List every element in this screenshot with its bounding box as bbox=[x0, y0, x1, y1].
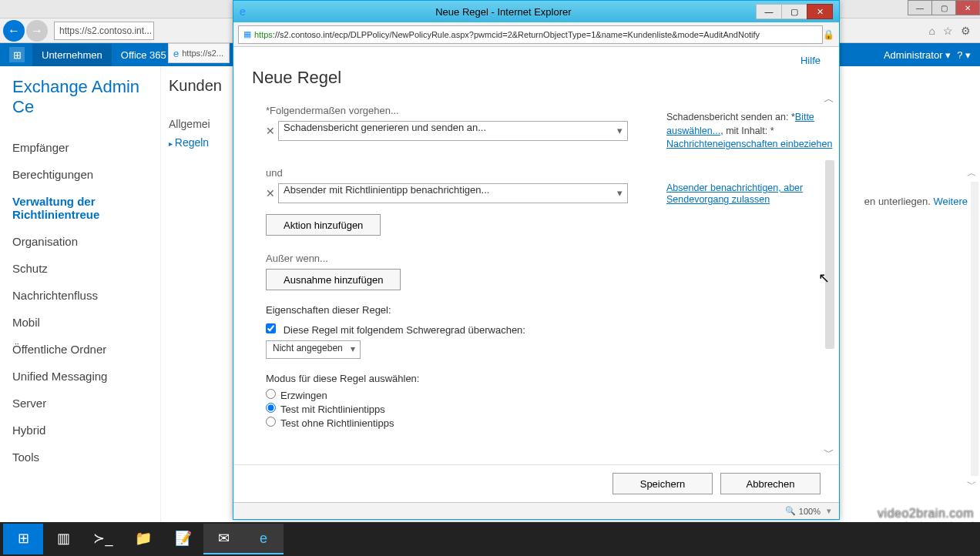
stacked-tab-label: https://s2... bbox=[182, 49, 223, 58]
task-explorer[interactable]: 📁 bbox=[123, 524, 163, 554]
remove-action2-button[interactable]: ✕ bbox=[266, 187, 278, 199]
mode-enforce-radio[interactable] bbox=[266, 389, 276, 399]
lock-icon: 🔒 bbox=[823, 29, 834, 40]
action1-summary: Schadensbericht senden an: *Bitte auswäh… bbox=[666, 111, 836, 152]
eac-title: Exchange Admin Ce bbox=[12, 77, 160, 117]
except-label: Außer wenn... bbox=[266, 253, 628, 264]
popup-close-button[interactable]: ✕ bbox=[807, 4, 833, 19]
bg-close-button[interactable]: ✕ bbox=[955, 0, 980, 15]
task-server-manager[interactable]: ▥ bbox=[43, 524, 83, 554]
ie-icon: e bbox=[173, 48, 179, 59]
start-button[interactable]: ⊞ bbox=[3, 524, 43, 554]
mode-enforce[interactable]: Erzwingen bbox=[266, 389, 628, 401]
action2-value: Absender mit Richtlinientipp benachricht… bbox=[284, 184, 489, 196]
subnav-regeln[interactable]: Regeln bbox=[169, 133, 222, 152]
bg-maximize-button[interactable]: ▢ bbox=[931, 0, 956, 15]
bg-minimize-button[interactable]: — bbox=[908, 0, 932, 15]
left-nav: Exchange Admin Ce Empfänger Berechtigung… bbox=[0, 66, 160, 522]
form-scroll-up-icon[interactable]: ︿ bbox=[824, 94, 834, 106]
info-link[interactable]: Weitere bbox=[933, 196, 968, 207]
nav-mobil[interactable]: Mobil bbox=[12, 309, 160, 336]
severity-checkbox-text: Diese Regel mit folgendem Schweregrad üb… bbox=[284, 324, 525, 336]
dialog-footer: Speichern Abbrechen bbox=[233, 464, 839, 502]
task-outlook[interactable]: ✉ bbox=[203, 524, 243, 554]
tools-icon[interactable]: ⚙ bbox=[961, 25, 971, 37]
task-notepad[interactable]: 📝 bbox=[163, 524, 203, 554]
mode-test-no-tips[interactable]: Test ohne Richtlinientipps bbox=[266, 417, 628, 429]
company-tab[interactable]: Unternehmen bbox=[32, 44, 112, 66]
nav-unified-messaging[interactable]: Unified Messaging bbox=[12, 363, 160, 390]
subnav-allgemein[interactable]: Allgemei bbox=[169, 115, 222, 133]
action2-select[interactable]: Absender mit Richtlinientipp benachricht… bbox=[278, 183, 628, 203]
severity-checkbox[interactable] bbox=[266, 323, 276, 333]
popup-title: Neue Regel - Internet Explorer bbox=[250, 6, 757, 18]
nav-empfaenger[interactable]: Empfänger bbox=[12, 134, 160, 161]
add-exception-button[interactable]: Ausnahme hinzufügen bbox=[266, 269, 401, 290]
action1-select[interactable]: Schadensbericht generieren und senden an… bbox=[278, 121, 628, 141]
help-link[interactable]: Hilfe bbox=[800, 55, 821, 66]
url-rest: ://s2.contoso.int/ecp/DLPPolicy/NewPolic… bbox=[273, 30, 760, 39]
popup-window: e Neue Regel - Internet Explorer — ▢ ✕ ▦… bbox=[233, 0, 840, 520]
severity-select[interactable]: Nicht angegeben bbox=[266, 340, 361, 359]
stacked-ie-tab[interactable]: e https://s2... bbox=[168, 43, 230, 63]
forward-button[interactable]: → bbox=[26, 20, 48, 42]
nav-nachrichtenfluss[interactable]: Nachrichtenfluss bbox=[12, 282, 160, 309]
mode-test-no-tips-radio[interactable] bbox=[266, 417, 276, 427]
taskbar: ⊞ ▥ ≻_ 📁 📝 ✉ e bbox=[0, 522, 980, 556]
nav-oeffentliche-ordner[interactable]: Öffentliche Ordner bbox=[12, 336, 160, 363]
cancel-button[interactable]: Abbrechen bbox=[720, 473, 821, 494]
office365-tab[interactable]: Office 365 bbox=[112, 44, 176, 66]
admin-menu[interactable]: Administrator ▾ bbox=[884, 49, 951, 61]
popup-address-bar: ▦ https://s2.contoso.int/ecp/DLPPolicy/N… bbox=[233, 22, 839, 47]
form-scroll-down-icon[interactable]: ﹀ bbox=[824, 446, 834, 460]
popup-status-bar: 🔍 100% ▾ bbox=[233, 502, 839, 519]
action1-value: Schadensbericht generieren und senden an… bbox=[284, 122, 486, 133]
severity-checkbox-label[interactable]: Diese Regel mit folgendem Schweregrad üb… bbox=[266, 324, 525, 336]
popup-url[interactable]: ▦ https://s2.contoso.int/ecp/DLPPolicy/N… bbox=[238, 25, 823, 44]
url-protocol: https bbox=[254, 30, 273, 39]
mode-test-tips-radio[interactable] bbox=[266, 403, 276, 413]
nav-schutz[interactable]: Schutz bbox=[12, 255, 160, 282]
task-ie[interactable]: e bbox=[243, 524, 284, 554]
site-icon: ▦ bbox=[243, 29, 251, 39]
add-action-button[interactable]: Aktion hinzufügen bbox=[266, 214, 381, 236]
zoom-dropdown-icon[interactable]: ▾ bbox=[827, 506, 831, 516]
app-launcher-icon[interactable]: ⊞ bbox=[9, 47, 25, 62]
remove-action1-button[interactable]: ✕ bbox=[266, 125, 278, 137]
zoom-icon[interactable]: 🔍 bbox=[785, 506, 796, 516]
popup-minimize-button[interactable]: — bbox=[756, 4, 782, 19]
favorites-icon[interactable]: ☆ bbox=[943, 25, 953, 37]
nav-hybrid[interactable]: Hybrid bbox=[12, 417, 160, 444]
nav-organisation[interactable]: Organisation bbox=[12, 228, 160, 255]
sub-nav: Kunden Allgemei Regeln bbox=[160, 66, 222, 522]
task-powershell[interactable]: ≻_ bbox=[83, 524, 123, 554]
nav-richtlinientreue[interactable]: Verwaltung der Richtlinientreue bbox=[12, 188, 160, 228]
save-button[interactable]: Speichern bbox=[612, 473, 713, 494]
popup-titlebar[interactable]: e Neue Regel - Internet Explorer — ▢ ✕ bbox=[233, 1, 839, 22]
zoom-level[interactable]: 100% bbox=[799, 507, 821, 516]
nav-tools[interactable]: Tools bbox=[12, 444, 160, 471]
back-button[interactable]: ← bbox=[3, 20, 25, 42]
ie-icon: e bbox=[240, 5, 246, 18]
home-icon[interactable]: ⌂ bbox=[929, 25, 935, 37]
bg-address-bar[interactable]: https://s2.contoso.int... bbox=[54, 22, 154, 40]
nav-berechtigungen[interactable]: Berechtigungen bbox=[12, 161, 160, 188]
dialog-heading: Neue Regel bbox=[233, 66, 839, 94]
properties-label: Eigenschaften dieser Regel: bbox=[266, 304, 628, 316]
nav-server[interactable]: Server bbox=[12, 390, 160, 417]
scrollbar[interactable] bbox=[971, 182, 978, 476]
mode-label: Modus für diese Regel auswählen: bbox=[266, 373, 628, 384]
do-the-following-label: *Folgendermaßen vorgehen... bbox=[266, 105, 628, 116]
scroll-up-icon[interactable]: ︿ bbox=[967, 166, 977, 180]
popup-maximize-button[interactable]: ▢ bbox=[781, 4, 807, 19]
notify-sender-link[interactable]: Absender benachrichtigen, aber Sendevorg… bbox=[666, 183, 803, 205]
bg-window-controls: — ▢ ✕ bbox=[908, 0, 980, 15]
sub-nav-title: Kunden bbox=[169, 77, 222, 95]
mode-test-tips[interactable]: Test mit Richtlinientipps bbox=[266, 403, 628, 415]
help-menu[interactable]: ? ▾ bbox=[957, 49, 971, 61]
scroll-down-icon[interactable]: ﹀ bbox=[967, 477, 977, 491]
severity-value: Nicht angegeben bbox=[273, 343, 343, 353]
and-label: und bbox=[266, 167, 628, 179]
action2-summary: Absender benachrichtigen, aber Sendevorg… bbox=[666, 182, 836, 205]
message-properties-link[interactable]: Nachrichteneigenschaften einbeziehen bbox=[666, 139, 832, 149]
